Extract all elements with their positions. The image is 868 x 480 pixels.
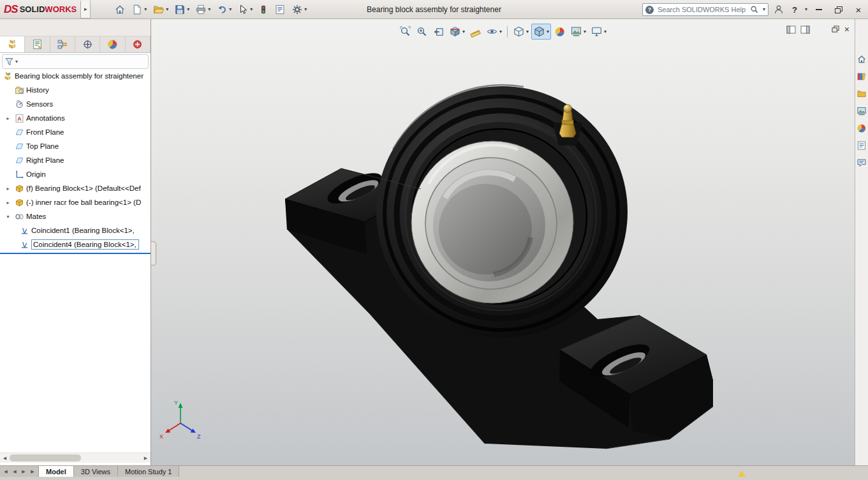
collapse-icon[interactable]: ▾ bbox=[4, 214, 12, 220]
forum-button[interactable] bbox=[856, 157, 867, 169]
user-account-button[interactable] bbox=[772, 1, 786, 18]
bearing-insert[interactable] bbox=[411, 141, 573, 303]
tab-scroll-last-button[interactable]: ▶ bbox=[29, 467, 36, 476]
restore-button[interactable] bbox=[830, 2, 847, 17]
appearances-button[interactable] bbox=[856, 123, 867, 134]
tab-propertymanager[interactable] bbox=[25, 36, 50, 52]
select-caret-icon[interactable]: ▾ bbox=[250, 7, 253, 12]
tab-cam[interactable] bbox=[126, 36, 151, 52]
search-icon[interactable] bbox=[750, 5, 759, 14]
filter-caret-icon[interactable]: ▾ bbox=[15, 59, 18, 64]
view-settings-button[interactable]: ▾ bbox=[589, 24, 608, 40]
rebuild-button[interactable] bbox=[256, 1, 270, 18]
toolbar-flyout-button[interactable]: ▸ bbox=[80, 1, 91, 19]
tab-scroll-next-button[interactable]: ▶ bbox=[20, 467, 27, 476]
tree-item-history[interactable]: History bbox=[0, 83, 151, 97]
tree-item-right-plane[interactable]: Right Plane bbox=[0, 153, 151, 167]
help-caret-icon[interactable]: ▾ bbox=[805, 7, 807, 12]
expand-icon[interactable]: ▸ bbox=[4, 116, 12, 121]
options-caret-icon[interactable]: ▾ bbox=[304, 7, 307, 12]
tab-3d-views[interactable]: 3D Views bbox=[74, 466, 118, 477]
display-style-caret-icon[interactable]: ▾ bbox=[547, 29, 549, 34]
tree-horizontal-scrollbar[interactable]: ◀ ▶ bbox=[0, 453, 151, 463]
open-button[interactable]: ▾ bbox=[151, 1, 170, 18]
tree-item-coincident1[interactable]: Coincident1 (Bearing Block<1>, bbox=[0, 223, 151, 237]
tab-scroll-prev-button[interactable]: ◀ bbox=[11, 467, 18, 476]
section-view-caret-icon[interactable]: ▾ bbox=[462, 29, 465, 34]
pane-left-button[interactable] bbox=[786, 26, 796, 34]
custom-properties-button[interactable] bbox=[856, 140, 867, 151]
tree-item-origin[interactable]: Origin bbox=[0, 167, 151, 181]
expand-icon[interactable]: ▸ bbox=[4, 200, 12, 206]
view-palette-button[interactable] bbox=[856, 105, 867, 117]
pane-right-button[interactable] bbox=[800, 26, 810, 34]
save-caret-icon[interactable]: ▾ bbox=[187, 7, 189, 12]
undo-caret-icon[interactable]: ▾ bbox=[229, 7, 232, 12]
home-button[interactable] bbox=[112, 1, 128, 18]
tree-item-sensors[interactable]: Sensors bbox=[0, 97, 151, 111]
hide-show-items-button[interactable]: ▾ bbox=[484, 24, 504, 40]
edit-appearance-button[interactable] bbox=[552, 24, 568, 40]
tree-item-front-plane[interactable]: Front Plane bbox=[0, 125, 151, 139]
tab-scroll-first-button[interactable]: ◀ bbox=[2, 467, 10, 476]
open-caret-icon[interactable]: ▾ bbox=[166, 7, 168, 12]
scrollbar-thumb[interactable] bbox=[10, 454, 81, 461]
tab-configurationmanager[interactable] bbox=[50, 36, 75, 52]
new-document-button[interactable]: ▾ bbox=[129, 1, 149, 18]
select-button[interactable]: ▾ bbox=[235, 1, 254, 18]
previous-view-button[interactable] bbox=[430, 24, 446, 40]
print-button[interactable]: ▾ bbox=[193, 1, 212, 18]
apply-scene-caret-icon[interactable]: ▾ bbox=[584, 29, 586, 34]
view-settings-caret-icon[interactable]: ▾ bbox=[604, 29, 607, 34]
bearing-block-3d-model[interactable]: Y X Z bbox=[151, 19, 855, 465]
zoom-to-area-button[interactable] bbox=[414, 24, 430, 40]
apply-scene-button[interactable]: ▾ bbox=[568, 24, 588, 40]
close-button[interactable]: × bbox=[850, 2, 867, 17]
help-search-input[interactable] bbox=[656, 5, 747, 14]
scrollbar-track[interactable] bbox=[10, 453, 141, 463]
zoom-to-fit-button[interactable] bbox=[397, 24, 413, 40]
restore-document-button[interactable] bbox=[832, 26, 840, 33]
tab-motion-study-1[interactable]: Motion Study 1 bbox=[118, 466, 179, 477]
options-button[interactable]: ▾ bbox=[290, 1, 309, 18]
help-button[interactable]: ? bbox=[789, 1, 800, 18]
tree-item-bearing-block[interactable]: ▸ (f) Bearing Block<1> (Default<<Def bbox=[0, 181, 151, 195]
tree-filter-field[interactable]: ▾ bbox=[2, 54, 149, 69]
save-button[interactable]: ▾ bbox=[172, 1, 191, 18]
scroll-right-button[interactable]: ▶ bbox=[141, 453, 151, 463]
panel-splitter-handle[interactable] bbox=[151, 241, 156, 266]
tree-item-annotations[interactable]: ▸ A Annotations bbox=[0, 111, 151, 125]
orientation-triad[interactable]: Y X Z bbox=[159, 400, 201, 440]
tab-model[interactable]: Model bbox=[39, 466, 74, 477]
graphics-area[interactable]: Y X Z ▾ ▾ ▾ ▾ ▾ ▾ × bbox=[151, 19, 855, 465]
rename-edit-box[interactable]: Coincident4 (Bearing Block<1>, bbox=[31, 239, 139, 250]
hide-show-caret-icon[interactable]: ▾ bbox=[499, 29, 502, 34]
file-explorer-button[interactable] bbox=[856, 88, 867, 100]
new-caret-icon[interactable]: ▾ bbox=[144, 7, 147, 12]
design-library-button[interactable] bbox=[856, 71, 867, 82]
tree-item-top-plane[interactable]: Top Plane bbox=[0, 139, 151, 153]
tree-item-mates[interactable]: ▾ Mates bbox=[0, 209, 151, 223]
task-pane-home-button[interactable] bbox=[856, 54, 867, 65]
display-style-button[interactable]: ▾ bbox=[531, 24, 551, 40]
tab-featuremanager[interactable] bbox=[0, 36, 25, 52]
print-caret-icon[interactable]: ▾ bbox=[208, 7, 210, 12]
measure-button[interactable] bbox=[467, 24, 483, 40]
tab-dimxpertmanager[interactable] bbox=[75, 36, 100, 52]
file-properties-button[interactable] bbox=[272, 1, 288, 18]
previous-view-icon bbox=[432, 26, 445, 38]
undo-button[interactable]: ▾ bbox=[214, 1, 233, 18]
tree-item-inner-race-bearing[interactable]: ▸ (-) inner racr foe ball bearing<1> (D bbox=[0, 195, 151, 209]
view-orientation-caret-icon[interactable]: ▾ bbox=[526, 29, 529, 34]
scroll-left-button[interactable]: ◀ bbox=[0, 453, 10, 463]
expand-icon[interactable]: ▸ bbox=[4, 186, 12, 191]
view-orientation-button[interactable]: ▾ bbox=[511, 24, 531, 40]
tree-root-assembly[interactable]: Bearing block assembly for straightener bbox=[0, 69, 151, 83]
filter-funnel-icon[interactable] bbox=[4, 57, 14, 66]
tab-displaymanager[interactable] bbox=[100, 36, 125, 52]
close-document-button[interactable]: × bbox=[844, 25, 850, 34]
section-view-button[interactable]: ▾ bbox=[447, 24, 467, 40]
minimize-button[interactable] bbox=[811, 2, 827, 17]
search-caret-icon[interactable]: ▾ bbox=[763, 7, 765, 12]
tree-item-coincident4[interactable]: Coincident4 (Bearing Block<1>, bbox=[0, 237, 151, 251]
